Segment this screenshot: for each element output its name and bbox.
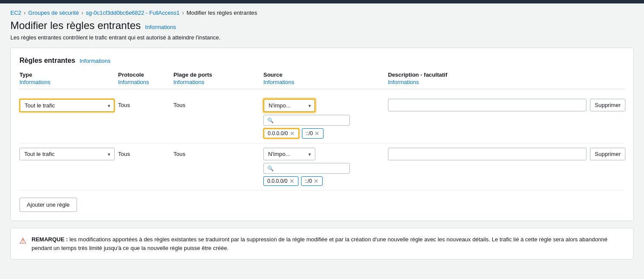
type-cell-1: Tout le trafic ▼ xyxy=(19,148,115,160)
ip-tag-value-ipv6-1: ::/0 xyxy=(305,178,312,184)
notice-panel: ⚠ REMARQUE : les modifications apportées… xyxy=(10,228,634,260)
col-plage-header: Plage de ports Informations xyxy=(173,71,260,85)
breadcrumb-security-groups[interactable]: Groupes de sécurité xyxy=(28,10,79,16)
breadcrumb-sep-1: › xyxy=(24,10,26,16)
col-protocole-info[interactable]: Informations xyxy=(118,79,170,85)
main-content: Règles entrantes Informations Type Infor… xyxy=(0,48,644,270)
protocole-cell-0: Tous xyxy=(118,99,170,111)
table-header: Type Informations Protocole Informations… xyxy=(19,71,625,89)
type-cell-0: Tout le trafic ▼ xyxy=(19,99,115,112)
source-dropdown-wrapper-0: N'impo... ▼ xyxy=(263,99,315,112)
ip-tag-remove-ipv4-0[interactable]: ✕ xyxy=(290,130,295,136)
source-search-0: 🔍 xyxy=(263,115,350,126)
type-select-0[interactable]: Tout le trafic xyxy=(19,99,115,112)
ip-tag-ipv4-0: 0.0.0.0/0 ✕ xyxy=(263,128,299,139)
ip-tag-remove-ipv6-1[interactable]: ✕ xyxy=(314,178,319,184)
ip-tag-remove-ipv6-0[interactable]: ✕ xyxy=(314,130,320,136)
ip-tag-ipv6-1: ::/0 ✕ xyxy=(301,176,323,186)
col-action-header xyxy=(590,71,625,85)
col-type-info[interactable]: Informations xyxy=(19,79,115,85)
search-icon-1: 🔍 xyxy=(267,165,274,172)
protocole-value-0: Tous xyxy=(118,99,170,111)
type-select-1[interactable]: Tout le trafic xyxy=(19,148,115,160)
rules-panel: Règles entrantes Informations Type Infor… xyxy=(10,48,634,221)
page-description: Les règles entrantes contrôlent le trafi… xyxy=(10,34,634,41)
table-row: Tout le trafic ▼ Tous Tous N'impo... ▼ xyxy=(19,94,625,143)
add-rule-button[interactable]: Ajouter une règle xyxy=(19,198,77,212)
delete-button-1[interactable]: Supprimer xyxy=(590,148,625,160)
source-dropdown-1[interactable]: N'impo... xyxy=(263,148,315,160)
warning-icon: ⚠ xyxy=(19,236,26,246)
desc-cell-0 xyxy=(388,99,586,111)
delete-cell-0: Supprimer xyxy=(590,99,625,111)
breadcrumb-sep-3: › xyxy=(182,10,184,16)
protocole-value-1: Tous xyxy=(118,148,170,160)
type-select-wrapper-1: Tout le trafic ▼ xyxy=(19,148,115,160)
delete-cell-1: Supprimer xyxy=(590,148,625,160)
col-type-header: Type Informations xyxy=(19,71,115,85)
panel-info-link[interactable]: Informations xyxy=(80,58,111,64)
plage-value-1: Tous xyxy=(173,148,260,160)
ip-tags-0: 0.0.0.0/0 ✕ ::/0 ✕ xyxy=(263,128,384,139)
notice-body: les modifications apportées à des règles… xyxy=(32,236,607,251)
panel-title-row: Règles entrantes Informations xyxy=(19,57,625,65)
page-info-link[interactable]: Informations xyxy=(145,24,176,30)
source-cell-1: N'impo... ▼ 🔍 0.0.0.0/0 ✕ ::/0 ✕ xyxy=(263,148,384,186)
ip-tag-remove-ipv4-1[interactable]: ✕ xyxy=(289,178,295,184)
search-icon-0: 🔍 xyxy=(267,117,274,123)
ip-tag-value-ipv6-0: ::/0 xyxy=(306,130,313,136)
col-desc-info[interactable]: Informations xyxy=(388,79,586,85)
type-select-wrapper-0: Tout le trafic ▼ xyxy=(19,99,115,112)
breadcrumb: EC2 › Groupes de sécurité › sg-0c1cf3dd0… xyxy=(0,3,644,19)
plage-cell-0: Tous xyxy=(173,99,260,111)
breadcrumb-ec2[interactable]: EC2 xyxy=(10,10,21,16)
desc-input-0[interactable] xyxy=(388,99,586,111)
ip-tag-value-ipv4-1: 0.0.0.0/0 xyxy=(267,178,288,184)
notice-text: REMARQUE : les modifications apportées à… xyxy=(32,235,625,252)
col-source-info[interactable]: Informations xyxy=(263,79,384,85)
ip-tag-ipv4-1: 0.0.0.0/0 ✕ xyxy=(263,176,298,186)
top-bar xyxy=(0,0,644,3)
delete-button-0[interactable]: Supprimer xyxy=(590,99,625,111)
plage-cell-1: Tous xyxy=(173,148,260,160)
protocole-cell-1: Tous xyxy=(118,148,170,160)
breadcrumb-current: Modifier les règles entrantes xyxy=(186,10,257,16)
source-search-1: 🔍 xyxy=(263,163,350,174)
page-title: Modifier les règles entrantes xyxy=(10,19,141,32)
col-plage-info[interactable]: Informations xyxy=(173,79,260,85)
panel-title: Règles entrantes xyxy=(19,57,75,65)
page-title-row: Modifier les règles entrantes Informatio… xyxy=(10,19,634,32)
col-desc-header: Description - facultatif Informations xyxy=(388,71,586,85)
plage-value-0: Tous xyxy=(173,99,260,111)
table-row: Tout le trafic ▼ Tous Tous N'impo... ▼ xyxy=(19,143,625,191)
desc-cell-1 xyxy=(388,148,586,160)
breadcrumb-sep-2: › xyxy=(81,10,83,16)
source-search-input-1[interactable] xyxy=(276,165,346,172)
ip-tag-value-ipv4-0: 0.0.0.0/0 xyxy=(268,130,288,136)
page-header: Modifier les règles entrantes Informatio… xyxy=(0,19,644,48)
col-source-header: Source Informations xyxy=(263,71,384,85)
source-dropdown-0[interactable]: N'impo... xyxy=(263,99,315,112)
col-protocole-header: Protocole Informations xyxy=(118,71,170,85)
source-search-input-0[interactable] xyxy=(276,117,346,123)
desc-input-1[interactable] xyxy=(388,148,586,160)
breadcrumb-sg[interactable]: sg-0c1cf3dd0bc6e6822 - FullAccess1 xyxy=(86,10,179,16)
notice-bold: REMARQUE : xyxy=(32,236,68,243)
source-cell-0: N'impo... ▼ 🔍 0.0.0.0/0 ✕ ::/0 ✕ xyxy=(263,99,384,139)
ip-tags-1: 0.0.0.0/0 ✕ ::/0 ✕ xyxy=(263,176,384,186)
source-dropdown-wrapper-1: N'impo... ▼ xyxy=(263,148,315,160)
add-rule-wrapper: Ajouter une règle xyxy=(19,191,625,212)
ip-tag-ipv6-0: ::/0 ✕ xyxy=(302,128,324,139)
